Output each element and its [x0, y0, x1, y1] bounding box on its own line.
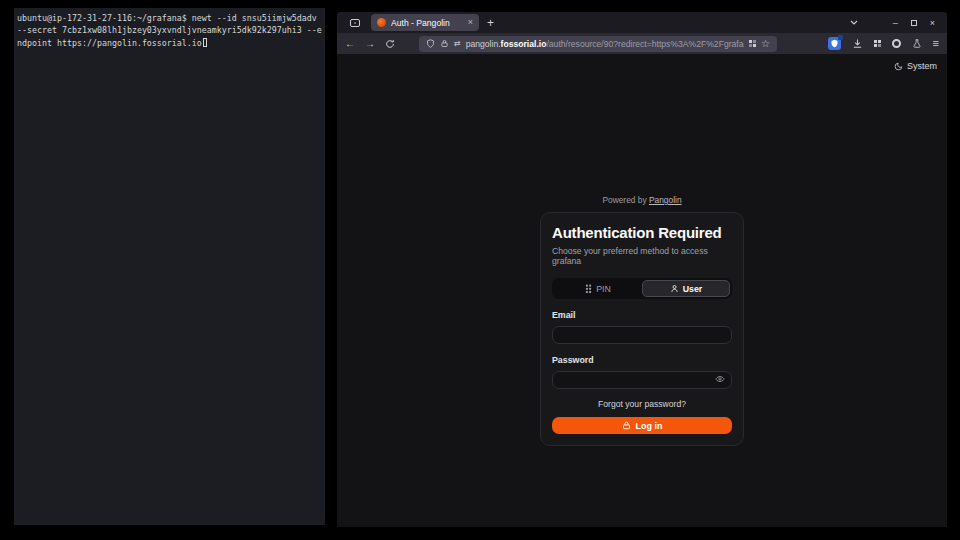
theme-toggle-label: System	[907, 61, 937, 71]
extension-badge	[838, 35, 843, 40]
card-title: Authentication Required	[552, 224, 732, 241]
containers-grid-icon[interactable]	[749, 40, 756, 47]
powered-by: Powered by Pangolin	[540, 195, 744, 205]
toolbar-extensions: ≡	[828, 37, 939, 50]
browser-toolbar: ← → ⇄ pangolin.fossorial.io/auth/resourc…	[337, 33, 947, 54]
tab-bar: Auth - Pangolin × + – ×	[337, 12, 947, 33]
card-subtitle: Choose your preferred method to access g…	[552, 246, 732, 266]
downloads-icon[interactable]	[852, 38, 863, 49]
theme-toggle[interactable]: System	[894, 61, 937, 71]
flask-extension-icon[interactable]	[912, 38, 922, 49]
privacy-ring-icon[interactable]	[892, 39, 901, 48]
email-label: Email	[552, 310, 732, 320]
forward-icon[interactable]: →	[365, 39, 375, 49]
extensions-grid-icon[interactable]	[874, 40, 881, 47]
terminal-window[interactable]: ubuntu@ip-172-31-27-116:~/grafana$ newt …	[14, 8, 325, 525]
terminal-line: ndpoint https://pangolin.fossorial.io	[17, 37, 322, 49]
tab-close-icon[interactable]: ×	[468, 18, 473, 27]
password-manager-extension-icon[interactable]	[828, 37, 841, 50]
user-icon	[670, 284, 679, 293]
moon-icon	[894, 62, 903, 71]
minimize-button[interactable]: –	[893, 18, 898, 28]
hamburger-menu-icon[interactable]: ≡	[933, 38, 939, 49]
tab-user[interactable]: User	[642, 280, 730, 297]
swap-icon[interactable]: ⇄	[454, 39, 461, 48]
maximize-button[interactable]	[911, 20, 917, 26]
page-content: System Powered by Pangolin Authenticatio…	[337, 54, 947, 527]
firefox-view-icon[interactable]	[349, 17, 361, 29]
show-password-eye-icon[interactable]	[715, 374, 725, 384]
lock-icon[interactable]	[440, 39, 449, 48]
close-window-button[interactable]: ×	[930, 18, 935, 28]
password-field[interactable]	[552, 371, 732, 389]
auth-card: Authentication Required Choose your pref…	[540, 212, 744, 446]
tab-pin[interactable]: PIN	[554, 280, 642, 297]
new-tab-button[interactable]: +	[487, 17, 494, 29]
pangolin-link[interactable]: Pangolin	[649, 195, 682, 205]
browser-tab[interactable]: Auth - Pangolin ×	[371, 14, 479, 31]
auth-section: Powered by Pangolin Authentication Requi…	[540, 195, 744, 446]
browser-window: Auth - Pangolin × + – × ← → ⇄ pango	[337, 12, 947, 527]
tab-title: Auth - Pangolin	[391, 18, 450, 28]
login-button[interactable]: Log in	[552, 417, 732, 434]
url-bar[interactable]: ⇄ pangolin.fossorial.io/auth/resource/90…	[419, 36, 777, 52]
forgot-password-link[interactable]: Forgot your password?	[552, 399, 732, 409]
pangolin-favicon-icon	[377, 18, 386, 27]
shield-icon[interactable]	[426, 39, 435, 48]
terminal-cursor	[203, 38, 208, 47]
terminal-line: --secret 7cbz1xw08lh1jbzey03yxvndljvneam…	[17, 24, 322, 36]
email-field[interactable]	[552, 326, 732, 344]
window-controls: – ×	[850, 18, 939, 28]
url-text[interactable]: pangolin.fossorial.io/auth/resource/90?r…	[466, 39, 744, 49]
auth-method-tabs: PIN User	[552, 278, 732, 299]
refresh-icon[interactable]	[385, 39, 395, 49]
terminal-line: ubuntu@ip-172-31-27-116:~/grafana$ newt …	[17, 12, 322, 24]
bookmark-star-icon[interactable]: ☆	[761, 39, 770, 49]
chevron-down-icon[interactable]	[850, 20, 858, 25]
password-label: Password	[552, 355, 732, 365]
back-icon[interactable]: ←	[345, 39, 355, 49]
lock-icon	[622, 421, 631, 430]
keypad-icon	[585, 284, 592, 293]
